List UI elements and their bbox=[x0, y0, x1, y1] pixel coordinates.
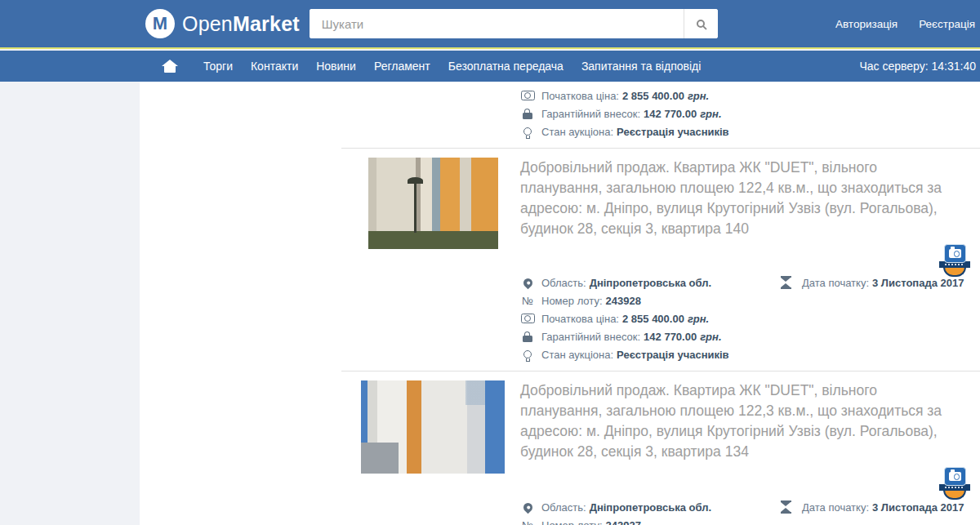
auth-links: Авторизація Реєстрація bbox=[835, 18, 980, 30]
lot-image-column bbox=[351, 380, 514, 474]
lot-list: Початкова ціна: 2 855 400.00 грн. Гарант… bbox=[341, 82, 980, 525]
lot-photo[interactable] bbox=[368, 158, 498, 249]
region-value: Дніпропетровська обл. bbox=[590, 277, 711, 289]
start-price-value: 2 855 400.00 bbox=[622, 313, 684, 325]
currency-unit: грн. bbox=[700, 331, 721, 343]
nav-item-torgy[interactable]: Торги bbox=[194, 60, 242, 73]
brand-name-open: Open bbox=[182, 12, 233, 35]
lock-icon bbox=[520, 331, 535, 342]
lot-item-partial: Початкова ціна: 2 855 400.00 грн. Гарант… bbox=[341, 82, 980, 148]
bulb-icon bbox=[520, 350, 535, 358]
lot-region-row: Область: Дніпропетровська обл. bbox=[520, 498, 780, 516]
lot-region-row: Область: Дніпропетровська обл. bbox=[520, 274, 780, 291]
search-input[interactable] bbox=[310, 9, 684, 38]
guarantee-value: 142 770.00 bbox=[644, 331, 697, 343]
guarantee-label: Гарантійний внесок: bbox=[541, 331, 640, 343]
photo-badge bbox=[939, 467, 970, 500]
guarantee-value: 142 770.00 bbox=[644, 108, 697, 120]
lot-guarantee-row: Гарантійний внесок: 142 770.00 грн. bbox=[520, 327, 780, 345]
lot-details: Область: Дніпропетровська обл. № Номер л… bbox=[520, 274, 980, 363]
auction-state-label: Стан аукціона: bbox=[541, 126, 613, 138]
lot-start-date-row: Дата початку: 3 Листопада 2017 bbox=[780, 498, 964, 516]
camera-icon bbox=[944, 244, 966, 263]
nav-item-kontakty[interactable]: Контакти bbox=[242, 60, 307, 73]
nav-item-zapytannia[interactable]: Запитання та відповіді bbox=[572, 60, 710, 73]
guarantee-label: Гарантійний внесок: bbox=[541, 108, 640, 120]
brand-monogram-letter: M bbox=[153, 15, 167, 33]
lot-title-link[interactable]: Добровільний продаж. Квартира ЖК "DUET",… bbox=[520, 380, 951, 474]
search-box bbox=[310, 9, 718, 38]
lot-number-value: 243927 bbox=[606, 519, 641, 525]
badge-shield bbox=[943, 490, 966, 500]
bulb-icon bbox=[520, 127, 535, 136]
home-icon-body bbox=[164, 66, 176, 73]
lot-photo[interactable] bbox=[361, 380, 505, 474]
register-link[interactable]: Реєстрація bbox=[919, 18, 975, 30]
lock-icon bbox=[520, 108, 535, 119]
login-link[interactable]: Авторизація bbox=[835, 18, 898, 30]
server-time: Час серверу: 14:31:40 bbox=[859, 60, 980, 73]
banknote-icon bbox=[520, 314, 535, 323]
brand-logo[interactable]: M OpenMarket bbox=[145, 9, 300, 38]
lot-details-right: Дата початку: 3 Листопада 2017 bbox=[780, 274, 964, 363]
start-price-label: Початкова ціна: bbox=[541, 313, 619, 325]
start-date-value: 3 Листопада 2017 bbox=[872, 277, 964, 289]
lot-top-row: Добровільний продаж. Квартира ЖК "DUET",… bbox=[351, 158, 980, 249]
lot-title-link[interactable]: Добровільний продаж. Квартира ЖК "DUET",… bbox=[520, 158, 951, 249]
lot-item: Добровільний продаж. Квартира ЖК "DUET",… bbox=[341, 148, 980, 371]
hourglass-icon bbox=[780, 501, 791, 514]
lot-number-row: № Номер лоту: 243928 bbox=[520, 291, 780, 309]
number-icon: № bbox=[520, 520, 535, 525]
start-date-label: Дата початку: bbox=[802, 501, 869, 514]
content-area: Початкова ціна: 2 855 400.00 грн. Гарант… bbox=[140, 82, 980, 525]
location-pin-icon bbox=[520, 503, 535, 512]
banknote-icon bbox=[520, 91, 535, 100]
nav-item-reglament[interactable]: Регламент bbox=[365, 60, 439, 73]
search-icon bbox=[697, 20, 705, 28]
brand-name: OpenMarket bbox=[182, 12, 300, 36]
badge-shield bbox=[943, 267, 966, 277]
start-price-label: Початкова ціна: bbox=[541, 90, 619, 102]
main-nav: Торги Контакти Новини Регламент Безоплат… bbox=[0, 51, 980, 82]
start-date-value: 3 Листопада 2017 bbox=[872, 501, 964, 514]
home-icon[interactable] bbox=[163, 60, 176, 73]
lot-details-right: Дата початку: 3 Листопада 2017 bbox=[780, 498, 964, 525]
start-price-value: 2 855 400.00 bbox=[622, 90, 684, 102]
region-label: Область: bbox=[541, 277, 586, 289]
location-pin-icon bbox=[520, 278, 535, 287]
currency-unit: грн. bbox=[688, 313, 709, 325]
region-value: Дніпропетровська обл. bbox=[590, 501, 711, 514]
lot-number-row: № Номер лоту: 243927 bbox=[520, 516, 780, 525]
number-icon: № bbox=[520, 296, 535, 306]
lot-state-row: Стан аукціона: Реєстрація учасників bbox=[520, 345, 780, 363]
lot-details: Область: Дніпропетровська обл. № Номер л… bbox=[520, 498, 980, 525]
lot-details-left: Область: Дніпропетровська обл. № Номер л… bbox=[520, 498, 780, 525]
nav-item-novyny[interactable]: Новини bbox=[307, 60, 365, 73]
lot-number-value: 243928 bbox=[606, 295, 641, 307]
auction-state-value: Реєстрація учасників bbox=[617, 349, 729, 361]
lot-start-price-row: Початкова ціна: 2 855 400.00 грн. bbox=[520, 87, 980, 105]
lot-guarantee-row: Гарантійний внесок: 142 770.00 грн. bbox=[520, 105, 980, 122]
brand-monogram-icon: M bbox=[145, 9, 175, 38]
auction-state-label: Стан аукціона: bbox=[541, 349, 613, 361]
auction-state-value: Реєстрація учасників bbox=[617, 126, 729, 138]
currency-unit: грн. bbox=[688, 90, 709, 102]
search-button[interactable] bbox=[684, 9, 718, 38]
region-label: Область: bbox=[541, 501, 586, 514]
top-header: M OpenMarket Авторизація Реєстрація bbox=[0, 0, 980, 49]
lot-image-column bbox=[351, 158, 514, 249]
lot-start-price-row: Початкова ціна: 2 855 400.00 грн. bbox=[520, 309, 780, 327]
hourglass-icon bbox=[780, 276, 791, 289]
lot-state-row: Стан аукціона: Реєстрація учасників bbox=[520, 122, 980, 140]
start-date-label: Дата початку: bbox=[802, 277, 869, 289]
lot-item: Добровільний продаж. Квартира ЖК "DUET",… bbox=[341, 371, 980, 525]
lot-number-label: Номер лоту: bbox=[541, 295, 603, 307]
lot-details-left: Область: Дніпропетровська обл. № Номер л… bbox=[520, 274, 780, 363]
lot-number-label: Номер лоту: bbox=[541, 519, 603, 525]
brand-name-market: Market bbox=[233, 12, 300, 35]
camera-icon bbox=[944, 467, 966, 486]
nav-item-bezoplatna-peredacha[interactable]: Безоплатна передача bbox=[439, 60, 572, 73]
photo-badge bbox=[939, 244, 970, 277]
currency-unit: грн. bbox=[700, 108, 721, 120]
lot-start-date-row: Дата початку: 3 Листопада 2017 bbox=[780, 274, 964, 291]
